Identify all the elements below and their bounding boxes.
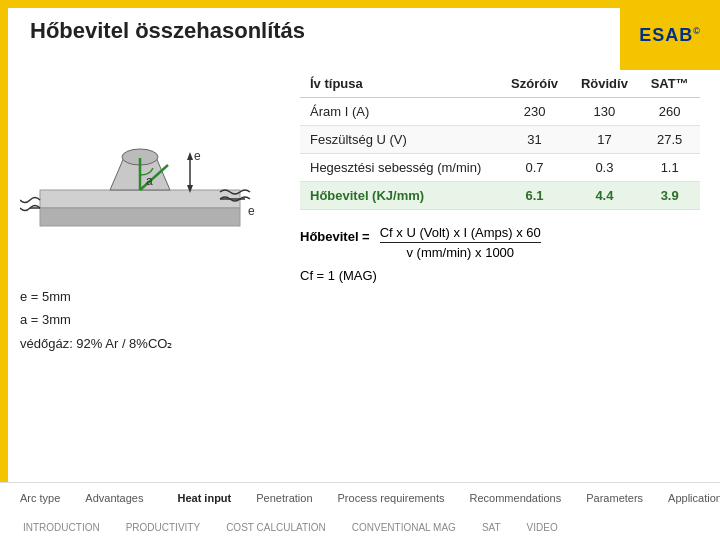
col-header-1: Szóróív xyxy=(500,70,570,98)
a-value: a = 3mm xyxy=(20,308,280,331)
svg-text:e: e xyxy=(194,149,201,163)
top-bar xyxy=(0,0,720,8)
weld-diagram: e e a xyxy=(20,70,260,270)
table-cell-2-3: 1.1 xyxy=(639,154,700,182)
table-row: Feszültség U (V)311727.5 xyxy=(300,126,700,154)
table-cell-2-2: 0.3 xyxy=(569,154,639,182)
svg-marker-7 xyxy=(187,152,193,160)
table-row: Hőbevitel (KJ/mm)6.14.43.9 xyxy=(300,182,700,210)
nav-subtab-conventional-mag[interactable]: CONVENTIONAL MAG xyxy=(339,517,469,538)
table-cell-1-1: 31 xyxy=(500,126,570,154)
cf-note: Cf = 1 (MAG) xyxy=(300,268,700,283)
svg-text:a: a xyxy=(146,174,153,188)
nav-tabs: Arc typeAdvantagesHeat inputPenetrationP… xyxy=(0,483,720,513)
nav-subtab-introduction[interactable]: INTRODUCTION xyxy=(10,517,113,538)
nav-tab-process-requirements[interactable]: Process requirements xyxy=(328,488,455,508)
table-cell-0-1: 230 xyxy=(500,98,570,126)
nav-tab-arc-type[interactable]: Arc type xyxy=(10,488,70,508)
formula-label: Hőbevitel = xyxy=(300,225,370,244)
table-row: Áram I (A)230130260 xyxy=(300,98,700,126)
table-cell-1-2: 17 xyxy=(569,126,639,154)
nav-tab-advantages[interactable]: Advantages xyxy=(75,488,153,508)
table-cell-1-3: 27.5 xyxy=(639,126,700,154)
formula-box: Hőbevitel = Cf x U (Volt) x I (Amps) x 6… xyxy=(300,225,700,260)
logo-area: ESAB© xyxy=(620,0,720,70)
svg-text:e: e xyxy=(248,204,255,218)
e-value: e = 5mm xyxy=(20,285,280,308)
table-cell-0-2: 130 xyxy=(569,98,639,126)
bottom-nav: Arc typeAdvantagesHeat inputPenetrationP… xyxy=(0,482,720,540)
formula-content: Cf x U (Volt) x I (Amps) x 60 v (mm/min)… xyxy=(380,225,541,260)
table-cell-1-0: Feszültség U (V) xyxy=(300,126,500,154)
table-cell-2-1: 0.7 xyxy=(500,154,570,182)
left-side-bar xyxy=(0,8,8,540)
left-panel: e e a e = 5mm a = 3mm védőgáz: 92% Ar / … xyxy=(20,70,280,480)
svg-rect-0 xyxy=(40,190,240,208)
table-cell-2-0: Hegesztési sebesség (m/min) xyxy=(300,154,500,182)
formula-numerator: Cf x U (Volt) x I (Amps) x 60 xyxy=(380,225,541,243)
esab-logo: ESAB© xyxy=(639,25,701,46)
diagram-area: e e a xyxy=(20,70,260,270)
nav-subtab-video[interactable]: VIDEO xyxy=(514,517,571,538)
nav-subtab-sat[interactable]: SAT xyxy=(469,517,514,538)
data-table: Ív típusa Szóróív Rövidív SAT™ Áram I (A… xyxy=(300,70,700,210)
table-cell-3-1: 6.1 xyxy=(500,182,570,210)
table-cell-3-3: 3.9 xyxy=(639,182,700,210)
nav-subtabs: INTRODUCTIONPRODUCTIVITYCOST CALCULATION… xyxy=(0,513,720,540)
nav-tab-applications[interactable]: Applications xyxy=(658,488,720,508)
formula-denominator: v (mm/min) x 1000 xyxy=(406,243,514,260)
nav-tab-recommendations[interactable]: Recommendations xyxy=(460,488,572,508)
table-row: Hegesztési sebesség (m/min)0.70.31.1 xyxy=(300,154,700,182)
page-title: Hőbevitel összehasonlítás xyxy=(30,18,305,44)
svg-rect-1 xyxy=(40,208,240,226)
nav-tab-heat-input[interactable]: Heat input xyxy=(167,488,241,508)
nav-subtab-productivity[interactable]: PRODUCTIVITY xyxy=(113,517,213,538)
params-box: e = 5mm a = 3mm védőgáz: 92% Ar / 8%CO₂ xyxy=(20,280,280,360)
col-header-2: Rövidív xyxy=(569,70,639,98)
table-cell-0-3: 260 xyxy=(639,98,700,126)
nav-tab-penetration[interactable]: Penetration xyxy=(246,488,322,508)
right-panel: Ív típusa Szóróív Rövidív SAT™ Áram I (A… xyxy=(300,70,700,480)
table-cell-3-2: 4.4 xyxy=(569,182,639,210)
nav-subtab-cost-calculation[interactable]: COST CALCULATION xyxy=(213,517,339,538)
col-header-0: Ív típusa xyxy=(300,70,500,98)
table-cell-0-0: Áram I (A) xyxy=(300,98,500,126)
nav-tab-parameters[interactable]: Parameters xyxy=(576,488,653,508)
col-header-3: SAT™ xyxy=(639,70,700,98)
gas-value: védőgáz: 92% Ar / 8%CO₂ xyxy=(20,332,280,355)
main-content: e e a e = 5mm a = 3mm védőgáz: 92% Ar / … xyxy=(20,70,700,480)
table-cell-3-0: Hőbevitel (KJ/mm) xyxy=(300,182,500,210)
